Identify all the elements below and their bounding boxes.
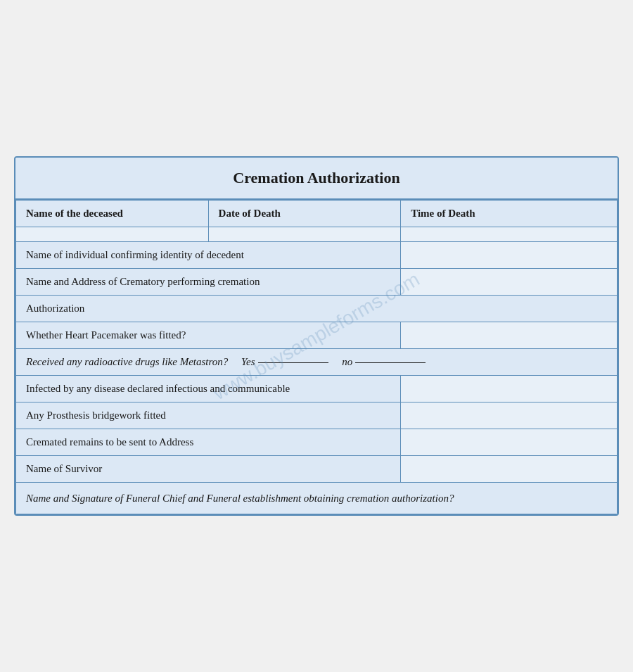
row-crematory: Name and Address of Crematory performing… bbox=[16, 269, 618, 296]
yes-line bbox=[258, 362, 328, 363]
form-container: www.buysampleforms.com Cremation Authori… bbox=[14, 156, 619, 516]
label-cremated-remains: Cremated remains to be sent to Address bbox=[16, 429, 401, 456]
col-name-deceased: Name of the deceased bbox=[16, 201, 209, 227]
yes-label: Yes bbox=[241, 356, 255, 367]
row-signature: Name and Signature of Funeral Chief and … bbox=[16, 483, 618, 514]
row-authorization: Authorization bbox=[16, 296, 618, 322]
radioactive-text: Received any radioactive drugs like Meta… bbox=[26, 356, 228, 367]
row-survivor: Name of Survivor bbox=[16, 456, 618, 483]
no-label: no bbox=[342, 356, 352, 367]
input-row-1 bbox=[16, 227, 618, 242]
input-time-of-death[interactable] bbox=[401, 227, 618, 242]
input-cremated-remains[interactable] bbox=[401, 429, 618, 456]
input-name-deceased[interactable] bbox=[16, 227, 209, 242]
row-cremated-remains: Cremated remains to be sent to Address bbox=[16, 429, 618, 456]
label-authorization: Authorization bbox=[16, 296, 618, 322]
label-confirm-identity: Name of individual confirming identity o… bbox=[16, 242, 401, 269]
label-signature: Name and Signature of Funeral Chief and … bbox=[16, 483, 618, 514]
label-radioactive: Received any radioactive drugs like Meta… bbox=[16, 349, 618, 376]
label-survivor: Name of Survivor bbox=[16, 456, 401, 483]
col-time-of-death: Time of Death bbox=[401, 201, 618, 227]
input-prosthesis[interactable] bbox=[401, 402, 618, 429]
input-infected[interactable] bbox=[401, 376, 618, 402]
row-infected: Infected by any disease declared infecti… bbox=[16, 376, 618, 402]
label-prosthesis: Any Prosthesis bridgework fitted bbox=[16, 402, 401, 429]
input-pacemaker[interactable] bbox=[401, 322, 618, 349]
row-radioactive: Received any radioactive drugs like Meta… bbox=[16, 349, 618, 376]
input-crematory[interactable] bbox=[401, 269, 618, 296]
header-row: Name of the deceased Date of Death Time … bbox=[16, 201, 618, 227]
label-pacemaker: Whether Heart Pacemaker was fitted? bbox=[16, 322, 401, 349]
row-pacemaker: Whether Heart Pacemaker was fitted? bbox=[16, 322, 618, 349]
col-date-of-death: Date of Death bbox=[208, 201, 401, 227]
no-line bbox=[355, 362, 426, 363]
form-title: Cremation Authorization bbox=[15, 158, 618, 200]
row-confirm-identity: Name of individual confirming identity o… bbox=[16, 242, 618, 269]
label-infected: Infected by any disease declared infecti… bbox=[16, 376, 401, 402]
input-confirm-identity[interactable] bbox=[401, 242, 618, 269]
input-date-of-death[interactable] bbox=[208, 227, 401, 242]
row-prosthesis: Any Prosthesis bridgework fitted bbox=[16, 402, 618, 429]
input-survivor[interactable] bbox=[401, 456, 618, 483]
label-crematory: Name and Address of Crematory performing… bbox=[16, 269, 401, 296]
